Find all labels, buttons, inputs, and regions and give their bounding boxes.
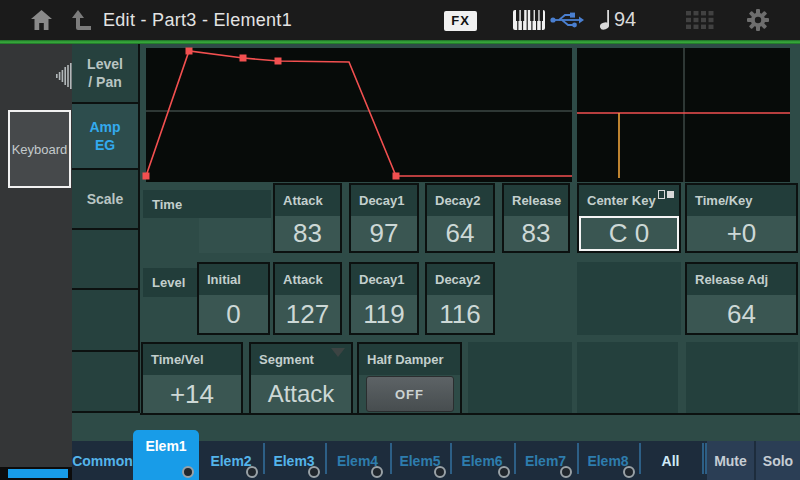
elem3-status-indicator — [308, 466, 320, 478]
segment-value: Attack — [251, 375, 351, 413]
time-key-value: +0 — [687, 216, 796, 251]
level-decay1-label: Decay1 — [351, 264, 417, 295]
tab-separator — [705, 443, 707, 474]
usb-icon — [550, 0, 584, 40]
elem8-status-indicator — [623, 466, 635, 478]
fx-badge[interactable]: FX — [444, 11, 477, 31]
segment-cell[interactable]: Segment Attack — [249, 342, 353, 415]
time-decay2-label: Decay2 — [427, 185, 493, 216]
level-decay2-label: Decay2 — [427, 264, 493, 295]
release-adj-value: 64 — [687, 295, 796, 333]
time-attack-cell[interactable]: Attack 83 — [273, 183, 342, 253]
tempo-value[interactable]: 94 — [614, 8, 636, 31]
scroll-indicator — [8, 469, 68, 478]
time-decay2-value: 64 — [427, 216, 493, 251]
nav-tab-column: Level / Pan Amp EG Scale — [72, 44, 140, 413]
top-bar: Edit - Part3 - Element1 FX — [0, 0, 800, 40]
level-decay1-cell[interactable]: Decay1 119 — [349, 262, 419, 335]
elem2-status-indicator — [246, 466, 258, 478]
empty-cell-block — [686, 342, 798, 414]
center-key-value[interactable]: C 0 — [579, 216, 679, 251]
level-initial-cell[interactable]: Initial 0 — [197, 262, 270, 335]
level-decay2-value: 116 — [427, 295, 493, 333]
solo-button[interactable]: Solo — [756, 441, 800, 480]
center-key-label: Center Key — [579, 185, 679, 216]
time-release-label: Release — [504, 185, 568, 216]
time-decay2-cell[interactable]: Decay2 64 — [425, 183, 495, 253]
empty-cell-block — [577, 342, 678, 414]
keyboard-button[interactable]: Keyboard — [8, 110, 71, 188]
page-title: Edit - Part3 - Element1 — [103, 0, 292, 40]
level-initial-value: 0 — [199, 295, 268, 333]
tab-separator — [390, 443, 392, 474]
level-decay1-value: 119 — [351, 295, 417, 333]
empty-cell-block — [468, 342, 572, 414]
level-attack-cell[interactable]: Attack 127 — [273, 262, 342, 335]
time-release-value: 83 — [504, 216, 568, 251]
tab-amp-eg[interactable]: Amp EG — [72, 104, 140, 170]
release-adj-label: Release Adj — [687, 264, 796, 295]
elem7-status-indicator — [560, 466, 572, 478]
segment-label: Segment — [251, 344, 351, 375]
half-damper-cell: Half Damper OFF — [357, 342, 462, 415]
tab-empty-2 — [72, 290, 140, 352]
time-row-label: Time — [143, 190, 199, 218]
elem1-status-indicator — [182, 466, 194, 478]
amp-eg-edit-screen: Edit - Part3 - Element1 FX — [0, 0, 800, 480]
time-attack-value: 83 — [275, 216, 340, 251]
time-decay1-cell[interactable]: Decay1 97 — [349, 183, 419, 253]
time-attack-label: Attack — [275, 185, 340, 216]
elem6-status-indicator — [498, 466, 510, 478]
time-key-label: Time/Key — [687, 185, 796, 216]
time-decay1-value: 97 — [351, 216, 417, 251]
up-arrow-icon[interactable] — [70, 0, 93, 40]
center-key-cell[interactable]: Center Key C 0 — [577, 183, 681, 253]
chevron-down-icon — [331, 348, 345, 357]
elem4-status-indicator — [371, 466, 383, 478]
tab-separator — [325, 443, 327, 474]
mini-keyboard-icon — [658, 190, 674, 199]
tab-separator — [450, 443, 452, 474]
level-decay2-cell[interactable]: Decay2 116 — [425, 262, 495, 335]
tab-separator — [702, 443, 704, 474]
tab-separator — [514, 443, 516, 474]
half-damper-label: Half Damper — [359, 344, 460, 375]
time-vel-label: Time/Vel — [143, 344, 241, 375]
keyboard-status-icon[interactable] — [513, 0, 545, 40]
time-key-graph — [577, 48, 790, 182]
empty-cell-block — [577, 262, 681, 335]
time-release-cell[interactable]: Release 83 — [502, 183, 570, 253]
elem5-status-indicator — [434, 466, 446, 478]
swipe-indicator-icon — [56, 62, 73, 94]
level-attack-label: Attack — [275, 264, 340, 295]
half-damper-toggle[interactable]: OFF — [366, 376, 454, 412]
level-row-label: Level — [143, 268, 199, 297]
gear-icon[interactable] — [746, 0, 770, 40]
tab-empty-3 — [72, 352, 140, 413]
tab-level-pan[interactable]: Level / Pan — [72, 44, 140, 104]
release-adj-cell[interactable]: Release Adj 64 — [685, 262, 798, 335]
level-attack-value: 127 — [275, 295, 340, 333]
tab-separator — [639, 443, 641, 474]
time-vel-cell[interactable]: Time/Vel +14 — [141, 342, 243, 415]
tab-separator — [577, 443, 579, 474]
tab-separator — [263, 443, 265, 474]
tab-empty-1 — [72, 230, 140, 290]
level-initial-label: Initial — [199, 264, 268, 295]
grid-menu-icon[interactable] — [686, 0, 714, 40]
tab-common[interactable]: Common — [72, 441, 133, 480]
tab-scale[interactable]: Scale — [72, 170, 140, 230]
row-divider — [140, 413, 800, 415]
home-icon[interactable] — [30, 0, 53, 40]
tab-all[interactable]: All — [639, 441, 702, 480]
quarter-note-icon[interactable] — [599, 0, 611, 40]
time-vel-value: +14 — [143, 375, 241, 413]
half-damper-value-area: OFF — [359, 375, 460, 413]
envelope-graph — [146, 48, 572, 182]
time-key-cell[interactable]: Time/Key +0 — [685, 183, 798, 253]
time-row-empty-slot — [199, 190, 271, 253]
time-decay1-label: Decay1 — [351, 185, 417, 216]
mute-button[interactable]: Mute — [707, 441, 754, 480]
